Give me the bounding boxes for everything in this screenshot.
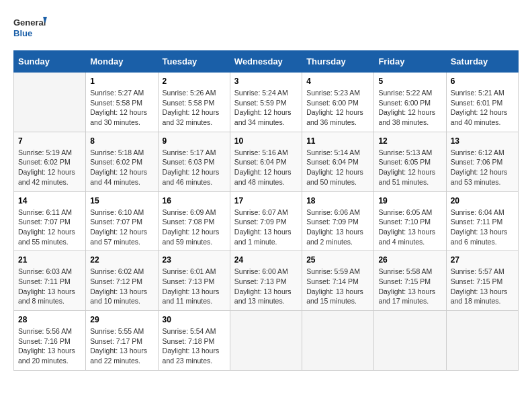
day-number: 13 <box>451 136 514 146</box>
week-row-5: 28Sunrise: 5:56 AMSunset: 7:16 PMDayligh… <box>14 311 519 371</box>
day-number: 17 <box>234 196 298 205</box>
cell-info: Sunrise: 6:09 AMSunset: 7:08 PMDaylight:… <box>163 208 226 247</box>
cell-info: Sunrise: 5:27 AMSunset: 5:58 PMDaylight:… <box>90 88 153 128</box>
cell-info: Sunrise: 5:56 AMSunset: 7:16 PMDaylight:… <box>18 326 81 366</box>
header-cell-sunday: Sunday <box>14 51 86 73</box>
day-number: 21 <box>18 255 81 265</box>
calendar-cell: 1Sunrise: 5:27 AMSunset: 5:58 PMDaylight… <box>86 73 158 132</box>
day-number: 25 <box>306 255 369 265</box>
svg-text:General: General <box>13 17 46 28</box>
day-number: 12 <box>378 136 441 146</box>
header-row: SundayMondayTuesdayWednesdayThursdayFrid… <box>14 51 519 73</box>
svg-text:Blue: Blue <box>13 28 32 38</box>
day-number: 29 <box>90 315 153 324</box>
calendar-cell: 20Sunrise: 6:04 AMSunset: 7:11 PMDayligh… <box>446 191 518 251</box>
day-number: 26 <box>378 255 441 265</box>
cell-info: Sunrise: 5:13 AMSunset: 6:05 PMDaylight:… <box>378 148 441 187</box>
calendar-cell: 9Sunrise: 5:17 AMSunset: 6:03 PMDaylight… <box>158 132 230 191</box>
day-number: 27 <box>451 255 514 265</box>
cell-info: Sunrise: 5:17 AMSunset: 6:03 PMDaylight:… <box>163 148 226 187</box>
calendar-cell: 13Sunrise: 6:12 AMSunset: 7:06 PMDayligh… <box>446 132 518 191</box>
day-number: 2 <box>163 77 226 86</box>
cell-info: Sunrise: 5:23 AMSunset: 6:00 PMDaylight:… <box>306 88 369 128</box>
header-cell-tuesday: Tuesday <box>158 51 230 73</box>
cell-info: Sunrise: 6:00 AMSunset: 7:13 PMDaylight:… <box>234 267 298 306</box>
calendar-cell <box>230 311 302 371</box>
cell-info: Sunrise: 5:22 AMSunset: 6:00 PMDaylight:… <box>378 88 441 128</box>
cell-info: Sunrise: 5:16 AMSunset: 6:04 PMDaylight:… <box>234 148 298 187</box>
cell-info: Sunrise: 5:26 AMSunset: 5:58 PMDaylight:… <box>163 88 226 128</box>
week-row-3: 14Sunrise: 6:11 AMSunset: 7:07 PMDayligh… <box>14 191 519 251</box>
day-number: 15 <box>90 196 153 205</box>
day-number: 6 <box>451 77 514 86</box>
week-row-1: 1Sunrise: 5:27 AMSunset: 5:58 PMDaylight… <box>14 73 519 132</box>
day-number: 14 <box>18 196 81 205</box>
day-number: 3 <box>234 77 298 86</box>
cell-info: Sunrise: 5:54 AMSunset: 7:18 PMDaylight:… <box>163 326 226 366</box>
calendar-cell: 29Sunrise: 5:55 AMSunset: 7:17 PMDayligh… <box>86 311 158 371</box>
calendar-cell <box>446 311 518 371</box>
calendar-cell: 7Sunrise: 5:19 AMSunset: 6:02 PMDaylight… <box>14 132 86 191</box>
cell-info: Sunrise: 6:12 AMSunset: 7:06 PMDaylight:… <box>451 148 514 187</box>
cell-info: Sunrise: 5:19 AMSunset: 6:02 PMDaylight:… <box>18 148 81 187</box>
calendar-cell: 6Sunrise: 5:21 AMSunset: 6:01 PMDaylight… <box>446 73 518 132</box>
cell-info: Sunrise: 6:06 AMSunset: 7:09 PMDaylight:… <box>306 208 369 247</box>
cell-info: Sunrise: 5:21 AMSunset: 6:01 PMDaylight:… <box>451 88 514 128</box>
cell-info: Sunrise: 5:57 AMSunset: 7:15 PMDaylight:… <box>451 267 514 306</box>
calendar-cell: 15Sunrise: 6:10 AMSunset: 7:07 PMDayligh… <box>86 191 158 251</box>
calendar-cell: 18Sunrise: 6:06 AMSunset: 7:09 PMDayligh… <box>302 191 374 251</box>
day-number: 28 <box>18 315 81 324</box>
cell-info: Sunrise: 5:55 AMSunset: 7:17 PMDaylight:… <box>90 326 153 366</box>
page-header: General Blue <box>13 13 519 44</box>
cell-info: Sunrise: 5:18 AMSunset: 6:02 PMDaylight:… <box>90 148 153 187</box>
header-cell-thursday: Thursday <box>302 51 374 73</box>
cell-info: Sunrise: 6:05 AMSunset: 7:10 PMDaylight:… <box>378 208 441 247</box>
day-number: 16 <box>163 196 226 205</box>
cell-info: Sunrise: 5:58 AMSunset: 7:15 PMDaylight:… <box>378 267 441 306</box>
week-row-2: 7Sunrise: 5:19 AMSunset: 6:02 PMDaylight… <box>14 132 519 191</box>
calendar-cell: 28Sunrise: 5:56 AMSunset: 7:16 PMDayligh… <box>14 311 86 371</box>
week-row-4: 21Sunrise: 6:03 AMSunset: 7:11 PMDayligh… <box>14 251 519 311</box>
calendar-table: SundayMondayTuesdayWednesdayThursdayFrid… <box>13 50 519 371</box>
header-cell-wednesday: Wednesday <box>230 51 302 73</box>
cell-info: Sunrise: 6:02 AMSunset: 7:12 PMDaylight:… <box>90 267 153 306</box>
calendar-cell: 4Sunrise: 5:23 AMSunset: 6:00 PMDaylight… <box>302 73 374 132</box>
cell-info: Sunrise: 6:01 AMSunset: 7:13 PMDaylight:… <box>163 267 226 306</box>
day-number: 24 <box>234 255 298 265</box>
day-number: 7 <box>18 136 81 146</box>
cell-info: Sunrise: 5:24 AMSunset: 5:59 PMDaylight:… <box>234 88 298 128</box>
calendar-cell: 30Sunrise: 5:54 AMSunset: 7:18 PMDayligh… <box>158 311 230 371</box>
calendar-cell: 16Sunrise: 6:09 AMSunset: 7:08 PMDayligh… <box>158 191 230 251</box>
calendar-cell: 22Sunrise: 6:02 AMSunset: 7:12 PMDayligh… <box>86 251 158 311</box>
cell-info: Sunrise: 6:03 AMSunset: 7:11 PMDaylight:… <box>18 267 81 306</box>
day-number: 5 <box>378 77 441 86</box>
calendar-cell: 23Sunrise: 6:01 AMSunset: 7:13 PMDayligh… <box>158 251 230 311</box>
calendar-cell: 12Sunrise: 5:13 AMSunset: 6:05 PMDayligh… <box>374 132 446 191</box>
calendar-cell <box>302 311 374 371</box>
calendar-cell: 26Sunrise: 5:58 AMSunset: 7:15 PMDayligh… <box>374 251 446 311</box>
calendar-cell: 3Sunrise: 5:24 AMSunset: 5:59 PMDaylight… <box>230 73 302 132</box>
day-number: 11 <box>306 136 369 146</box>
header-cell-monday: Monday <box>86 51 158 73</box>
day-number: 9 <box>163 136 226 146</box>
calendar-cell <box>374 311 446 371</box>
day-number: 23 <box>163 255 226 265</box>
day-number: 1 <box>90 77 153 86</box>
calendar-cell: 27Sunrise: 5:57 AMSunset: 7:15 PMDayligh… <box>446 251 518 311</box>
logo: General Blue <box>13 13 47 44</box>
calendar-cell: 8Sunrise: 5:18 AMSunset: 6:02 PMDaylight… <box>86 132 158 191</box>
day-number: 22 <box>90 255 153 265</box>
calendar-cell: 11Sunrise: 5:14 AMSunset: 6:04 PMDayligh… <box>302 132 374 191</box>
calendar-cell: 2Sunrise: 5:26 AMSunset: 5:58 PMDaylight… <box>158 73 230 132</box>
day-number: 30 <box>163 315 226 324</box>
day-number: 10 <box>234 136 298 146</box>
calendar-cell: 21Sunrise: 6:03 AMSunset: 7:11 PMDayligh… <box>14 251 86 311</box>
calendar-cell: 25Sunrise: 5:59 AMSunset: 7:14 PMDayligh… <box>302 251 374 311</box>
cell-info: Sunrise: 6:07 AMSunset: 7:09 PMDaylight:… <box>234 208 298 247</box>
calendar-cell: 10Sunrise: 5:16 AMSunset: 6:04 PMDayligh… <box>230 132 302 191</box>
header-cell-saturday: Saturday <box>446 51 518 73</box>
day-number: 20 <box>451 196 514 205</box>
day-number: 4 <box>306 77 369 86</box>
calendar-cell: 19Sunrise: 6:05 AMSunset: 7:10 PMDayligh… <box>374 191 446 251</box>
cell-info: Sunrise: 6:11 AMSunset: 7:07 PMDaylight:… <box>18 208 81 247</box>
